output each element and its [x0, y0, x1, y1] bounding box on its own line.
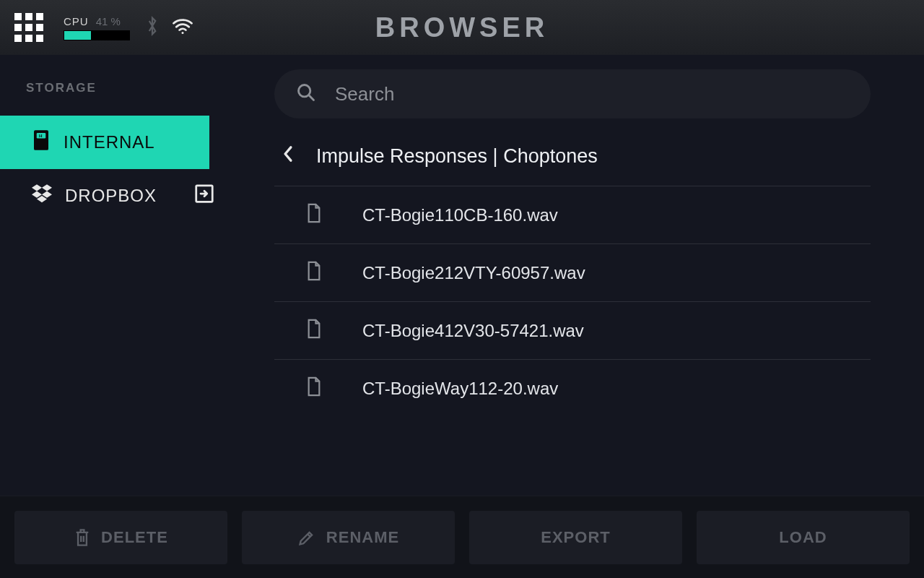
file-name: CT-Bogie110CB-160.wav: [362, 205, 558, 225]
search-icon: [296, 82, 316, 105]
search-input[interactable]: [335, 83, 849, 105]
cpu-label: CPU: [64, 15, 89, 27]
sidebar-item-label: DROPBOX: [65, 186, 157, 206]
top-bar: CPU 41 % BROWSER: [0, 0, 924, 55]
file-row[interactable]: CT-Bogie412V30-57421.wav: [274, 302, 871, 360]
delete-button[interactable]: DELETE: [14, 511, 227, 564]
file-row[interactable]: CT-BogieWay112-20.wav: [274, 360, 871, 418]
sidebar-heading: STORAGE: [0, 81, 231, 95]
file-name: CT-Bogie412V30-57421.wav: [362, 321, 584, 341]
sidebar-item-dropbox[interactable]: DROPBOX: [0, 169, 231, 223]
svg-marker-4: [32, 184, 42, 191]
rename-button[interactable]: RENAME: [242, 511, 455, 564]
wifi-icon[interactable]: [172, 17, 193, 38]
file-icon: [306, 203, 322, 228]
file-list: CT-Bogie110CB-160.wav CT-Bogie212VTY-609…: [274, 186, 871, 496]
file-icon: [306, 376, 322, 401]
footer-toolbar: DELETE RENAME EXPORT LOAD: [0, 496, 924, 578]
export-label: EXPORT: [541, 528, 610, 547]
svg-point-0: [182, 32, 184, 34]
back-icon[interactable]: [282, 144, 295, 168]
cpu-bar-fill: [64, 31, 91, 40]
bluetooth-icon[interactable]: [146, 16, 159, 39]
cpu-meter: CPU 41 %: [64, 15, 130, 40]
export-button[interactable]: EXPORT: [469, 511, 682, 564]
file-row[interactable]: CT-Bogie110CB-160.wav: [274, 186, 871, 244]
file-icon: [306, 319, 322, 343]
load-button[interactable]: LOAD: [697, 511, 910, 564]
import-icon[interactable]: [193, 183, 215, 209]
svg-marker-5: [42, 184, 52, 191]
svg-text:H: H: [39, 133, 43, 138]
load-label: LOAD: [779, 528, 827, 547]
apps-grid-icon[interactable]: [14, 13, 43, 42]
file-icon: [306, 261, 322, 285]
page-title: BROWSER: [0, 12, 924, 43]
rename-label: RENAME: [326, 528, 399, 547]
delete-label: DELETE: [101, 528, 168, 547]
file-name: CT-BogieWay112-20.wav: [362, 379, 558, 399]
dropbox-icon: [32, 184, 52, 207]
search-bar[interactable]: [274, 69, 871, 118]
cpu-percent: 41 %: [96, 15, 121, 27]
cpu-bar: [64, 30, 130, 40]
file-name: CT-Bogie212VTY-60957.wav: [362, 263, 585, 283]
main-panel: Impulse Responses | Choptones CT-Bogie11…: [231, 55, 924, 496]
sidebar-item-internal[interactable]: H INTERNAL: [0, 116, 209, 169]
breadcrumb-path: Impulse Responses | Choptones: [316, 145, 598, 168]
sidebar-item-label: INTERNAL: [64, 132, 155, 152]
sidebar: STORAGE H INTERNAL D: [0, 55, 231, 496]
file-row[interactable]: CT-Bogie212VTY-60957.wav: [274, 244, 871, 302]
breadcrumb: Impulse Responses | Choptones: [274, 144, 871, 186]
svg-line-11: [309, 95, 313, 100]
internal-storage-icon: H: [32, 129, 51, 155]
